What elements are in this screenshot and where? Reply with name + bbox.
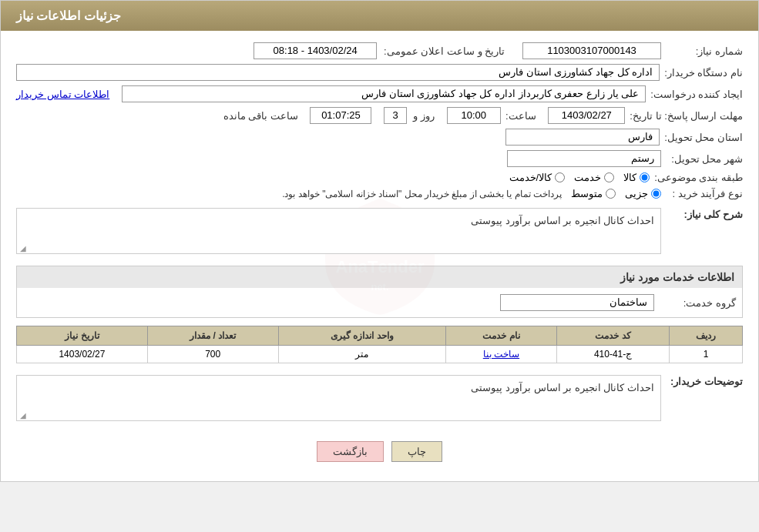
services-table-wrapper: ردیف کد خدمت نام خدمت واحد اندازه گیری ت… — [16, 326, 743, 363]
reply-date-value: 1403/02/27 — [548, 107, 625, 124]
purchase-type-jozi: جزیی — [625, 188, 661, 199]
creator-value: علی یار زارع حعفری کاربرداز اداره کل جها… — [122, 85, 646, 102]
button-bar: چاپ بازگشت — [16, 430, 743, 470]
category-label: طبقه بندی موضوعی: — [654, 172, 743, 183]
buyer-notes-label: توضیحات خریدار: — [666, 376, 743, 387]
page-wrapper: جزئیات اطلاعات نیاز AnaТender .net شماره… — [0, 0, 759, 482]
buyer-org-value: اداره کل جهاد کشاورزی استان فارس — [16, 64, 660, 81]
category-radio-kala[interactable] — [640, 172, 650, 182]
need-description-box: احداث کانال انجیره بر اساس برآورد پیوستی… — [16, 208, 661, 254]
remaining-label: ساعت باقی مانده — [221, 110, 298, 122]
category-label-kala-khedmat: کالا/خدمت — [509, 172, 552, 183]
category-radio-kala-khedmat[interactable] — [555, 172, 565, 182]
need-number-label: شماره نیاز: — [666, 45, 743, 57]
table-header-row: ردیف کد خدمت نام خدمت واحد اندازه گیری ت… — [17, 326, 743, 346]
content-area: AnaТender .net شماره نیاز: 1103003107000… — [1, 31, 758, 481]
purchase-type-label: نوع فرآیند خرید : — [666, 188, 743, 199]
buyer-notes-resize[interactable]: ◢ — [18, 411, 26, 419]
col-unit: واحد اندازه گیری — [278, 326, 445, 346]
cell-unit: متر — [278, 346, 445, 363]
page-header: جزئیات اطلاعات نیاز — [1, 1, 758, 31]
need-description-row: شرح کلی نیاز: احداث کانال انجیره بر اساس… — [16, 204, 743, 258]
reply-time-label: ساعت: — [505, 110, 536, 122]
purchase-note: پرداخت تمام یا بخشی از مبلغ خریدار محل "… — [282, 189, 562, 199]
col-service-name: نام خدمت — [445, 326, 556, 346]
need-description-value: احداث کانال انجیره بر اساس برآورد پیوستی — [471, 215, 654, 226]
buyer-notes-box: احداث کانال انجیره بر اساس برآورد پیوستی… — [16, 375, 661, 421]
cell-service-code: ج-41-410 — [556, 346, 669, 363]
service-group-value: ساختمان — [500, 294, 654, 311]
purchase-radio-mootasat[interactable] — [606, 189, 616, 199]
cell-quantity: 700 — [147, 346, 278, 363]
city-row: شهر محل تحویل: رستم — [16, 150, 743, 167]
purchase-radio-jozi[interactable] — [651, 189, 661, 199]
cell-row-num: 1 — [670, 346, 743, 363]
col-service-code: کد خدمت — [556, 326, 669, 346]
reply-days-label: روز و — [411, 110, 435, 122]
category-label-kala: کالا — [623, 172, 636, 183]
creator-row: ایجاد کننده درخواست: علی یار زارع حعفری … — [16, 85, 743, 102]
contact-link[interactable]: اطلاعات تماس خریدار — [16, 89, 109, 100]
announce-date-value: 1403/02/24 - 08:18 — [254, 42, 377, 59]
city-label: شهر محل تحویل: — [666, 153, 743, 165]
creator-label: ایجاد کننده درخواست: — [650, 89, 743, 100]
remaining-value: 01:07:25 — [310, 107, 371, 124]
category-option-kala: کالا — [623, 172, 650, 183]
purchase-type-group: جزیی متوسط پرداخت تمام یا بخشی از مبلغ خ… — [282, 188, 661, 199]
services-section-title: اطلاعات خدمات مورد نیاز — [16, 266, 743, 288]
province-row: استان محل تحویل: فارس — [16, 129, 743, 146]
purchase-type-row: نوع فرآیند خرید : جزیی متوسط پرداخت تمام… — [16, 188, 743, 199]
table-row: 1 ج-41-410 ساخت بنا متر 700 1403/02/27 — [17, 346, 743, 363]
col-row-num: ردیف — [670, 326, 743, 346]
col-quantity: تعداد / مقدار — [147, 326, 278, 346]
purchase-label-jozi: جزیی — [625, 188, 648, 199]
need-description-label: شرح کلی نیاز: — [666, 209, 743, 220]
cell-date: 1403/02/27 — [17, 346, 148, 363]
province-value: فارس — [505, 129, 660, 146]
back-button[interactable]: بازگشت — [317, 441, 384, 462]
buyer-notes-row: توضیحات خریدار: احداث کانال انجیره بر اس… — [16, 371, 743, 425]
announce-date-label: تاریخ و ساعت اعلان عمومی: — [381, 45, 505, 57]
category-row: طبقه بندی موضوعی: کالا خدمت کالا/خدمت — [16, 172, 743, 183]
buyer-org-label: نام دستگاه خریدار: — [664, 67, 743, 79]
buyer-org-row: نام دستگاه خریدار: اداره کل جهاد کشاورزی… — [16, 64, 743, 81]
reply-time-value: 10:00 — [447, 107, 501, 124]
category-option-khedmat: خدمت — [574, 172, 614, 183]
buyer-notes-value: احداث کانال انجیره بر اساس برآورد پیوستی — [471, 382, 654, 393]
category-option-kala-khedmat: کالا/خدمت — [509, 172, 566, 183]
category-label-khedmat: خدمت — [574, 172, 601, 183]
service-group-row: گروه خدمت: ساختمان — [16, 288, 743, 318]
category-radio-khedmat[interactable] — [604, 172, 614, 182]
page-title: جزئیات اطلاعات نیاز — [16, 9, 121, 22]
reply-days-value: 3 — [384, 107, 407, 124]
print-button[interactable]: چاپ — [391, 441, 442, 462]
reply-deadline-row: مهلت ارسال پاسخ: تا تاریخ: 1403/02/27 سا… — [16, 107, 743, 124]
category-radio-group: کالا خدمت کالا/خدمت — [509, 172, 650, 183]
reply-deadline-label: مهلت ارسال پاسخ: تا تاریخ: — [630, 110, 743, 122]
purchase-label-mootasat: متوسط — [571, 188, 603, 199]
cell-service-name[interactable]: ساخت بنا — [445, 346, 556, 363]
resize-handle[interactable]: ◢ — [18, 244, 26, 252]
col-date: تاریخ نیاز — [17, 326, 148, 346]
purchase-type-mootasat: متوسط — [571, 188, 616, 199]
city-value: رستم — [507, 150, 661, 167]
services-table: ردیف کد خدمت نام خدمت واحد اندازه گیری ت… — [16, 326, 743, 363]
province-label: استان محل تحویل: — [664, 132, 743, 143]
service-group-label: گروه خدمت: — [659, 297, 736, 309]
need-number-value: 1103003107000143 — [522, 42, 661, 59]
need-number-row: شماره نیاز: 1103003107000143 تاریخ و ساع… — [16, 42, 743, 59]
